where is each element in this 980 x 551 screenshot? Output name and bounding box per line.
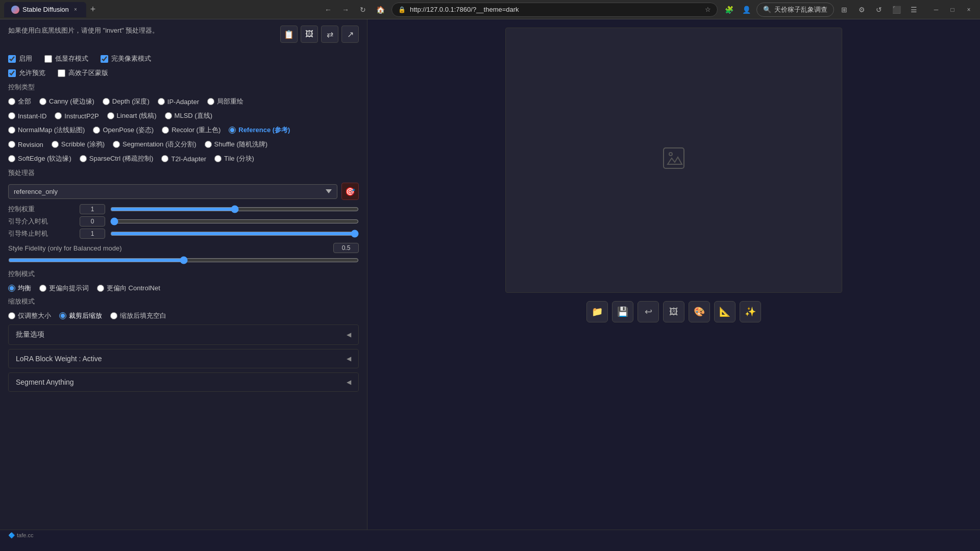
radio-softedge[interactable]: SoftEdge (软边缘)	[8, 154, 71, 163]
pixel-perfect-checkbox[interactable]: 完美像素模式	[101, 54, 151, 63]
address-bar[interactable]: 🔒 http://127.0.0.1:7860/?__theme=dark ☆	[391, 3, 718, 17]
new-tab-button[interactable]: +	[88, 4, 98, 15]
paint-icon: 🎨	[694, 306, 705, 317]
radio-sparsectrl[interactable]: SparseCtrl (稀疏控制)	[80, 154, 154, 163]
save-button[interactable]: 💾	[612, 301, 633, 322]
swap-button[interactable]: ⇄	[321, 26, 338, 43]
batch-options-header[interactable]: 批量选项 ◀	[9, 325, 358, 344]
control-type-group-2: Instant-ID InstructP2P Lineart (线稿) MLSD…	[8, 111, 359, 120]
radio-depth-label: Depth (深度)	[112, 97, 150, 106]
copy-button[interactable]: 📋	[280, 26, 298, 43]
radio-resize-only-label: 仅调整大小	[18, 311, 51, 320]
radio-recolor[interactable]: Recolor (重上色)	[162, 126, 220, 135]
paint-button[interactable]: 🎨	[689, 301, 710, 322]
radio-controlnet-bias[interactable]: 更偏向 ControlNet	[97, 284, 160, 293]
checkbox-row-2: 允许预览 高效子区蒙版	[8, 68, 359, 78]
radio-ip-adapter[interactable]: IP-Adapter	[158, 97, 199, 106]
control-type-group: 全部 Canny (硬边缘) Depth (深度) IP-Adapter 局部重…	[8, 97, 359, 106]
style-fidelity-slider[interactable]	[8, 256, 359, 264]
radio-mlsd[interactable]: MLSD (直线)	[165, 111, 212, 120]
guidance-end-value[interactable]: 1	[80, 229, 105, 239]
radio-reference[interactable]: Reference (参考)	[229, 126, 290, 135]
radio-instructp2p[interactable]: InstructP2P	[55, 111, 99, 120]
history-button[interactable]: ↺	[872, 3, 886, 17]
batch-options-label: 批量选项	[16, 330, 44, 339]
minimize-button[interactable]: ─	[929, 3, 943, 17]
radio-segmentation-label: Segmentation (语义分割)	[122, 140, 197, 149]
control-mode-row: 均衡 更偏向提示词 更偏向 ControlNet	[8, 284, 359, 293]
undo-button[interactable]: ↩	[638, 301, 659, 322]
guidance-start-slider[interactable]	[110, 217, 359, 226]
action-buttons-row: 📋 🖼 ⇄ ↗	[280, 26, 359, 43]
grid-view-button[interactable]: ⊞	[837, 3, 851, 17]
profile-button[interactable]: 👤	[739, 3, 753, 17]
magic-icon: ✨	[745, 306, 756, 317]
undo-icon: ↩	[645, 306, 652, 317]
scale-mode-label: 缩放模式	[8, 297, 359, 306]
radio-revision[interactable]: Revision	[8, 140, 43, 149]
radio-all[interactable]: 全部	[8, 97, 31, 106]
right-toolbar: 📁 💾 ↩ 🖼 🎨 📐 ✨	[586, 301, 761, 322]
radio-ip-adapter-label: IP-Adapter	[167, 98, 199, 106]
lora-header[interactable]: LoRA Block Weight : Active ◀	[9, 349, 358, 368]
radio-segmentation[interactable]: Segmentation (语义分割)	[113, 140, 197, 149]
image-placeholder-icon	[662, 146, 686, 174]
radio-local-redraw[interactable]: 局部重绘	[207, 97, 243, 106]
reset-preprocessor-button[interactable]: 🎯	[341, 183, 359, 200]
guidance-start-label: 引导介入时机	[8, 217, 75, 226]
browser-action-buttons: 🧩 👤 🔍 天价稼子乱象调查 ⊞ ⚙ ↺ ⬛ ☰	[722, 3, 921, 17]
enable-checkbox[interactable]: 启用	[8, 54, 32, 63]
radio-scribble[interactable]: Scribble (涂鸦)	[52, 140, 105, 149]
extensions-button[interactable]: 🧩	[722, 3, 736, 17]
allow-preview-checkbox[interactable]: 允许预览	[8, 68, 45, 78]
bookmarks-button[interactable]: ⬛	[889, 3, 903, 17]
radio-fill-resize[interactable]: 缩放后填充空白	[110, 311, 166, 320]
radio-scribble-label: Scribble (涂鸦)	[61, 140, 105, 149]
refresh-button[interactable]: ↻	[356, 3, 370, 17]
active-tab[interactable]: Stable Diffusion ×	[4, 2, 86, 17]
open-button[interactable]: ↗	[341, 26, 359, 43]
control-type-label: 控制类型	[8, 83, 359, 92]
more-options-button[interactable]: ☰	[906, 3, 921, 17]
guidance-start-value[interactable]: 0	[80, 216, 105, 227]
bookmark-icon[interactable]: ☆	[705, 6, 711, 13]
browser-chrome: Stable Diffusion × + ← → ↻ 🏠 🔒 http://12…	[0, 0, 980, 19]
segment-header[interactable]: Segment Anything ◀	[9, 373, 358, 391]
control-type-group-4: Revision Scribble (涂鸦) Segmentation (语义分…	[8, 140, 359, 149]
home-button[interactable]: 🏠	[373, 3, 387, 17]
image-button[interactable]: 🖼	[663, 301, 684, 322]
radio-tile[interactable]: Tile (分块)	[214, 154, 254, 163]
radio-crop-resize[interactable]: 裁剪后缩放	[59, 311, 102, 320]
radio-canny[interactable]: Canny (硬边缘)	[39, 97, 94, 106]
radio-t2i-adapter[interactable]: T2I-Adapter	[161, 154, 206, 163]
radio-normalmap[interactable]: NormalMap (法线贴图)	[8, 126, 85, 135]
settings-button[interactable]: ⚙	[854, 3, 869, 17]
forward-button[interactable]: →	[338, 3, 353, 17]
radio-lineart[interactable]: Lineart (线稿)	[107, 111, 157, 120]
control-weight-value[interactable]: 1	[80, 204, 105, 214]
maximize-button[interactable]: □	[945, 3, 960, 17]
radio-balanced[interactable]: 均衡	[8, 284, 31, 293]
radio-shuffle[interactable]: Shuffle (随机洗牌)	[205, 140, 268, 149]
tab-close-button[interactable]: ×	[72, 6, 79, 13]
efficient-sub-checkbox[interactable]: 高效子区蒙版	[58, 68, 108, 78]
radio-instant-id[interactable]: Instant-ID	[8, 111, 46, 120]
style-fidelity-value[interactable]: 0.5	[333, 243, 359, 253]
batch-options-arrow: ◀	[347, 331, 351, 338]
ruler-button[interactable]: 📐	[714, 301, 736, 322]
open-folder-button[interactable]: 📁	[586, 301, 608, 322]
low-vram-checkbox[interactable]: 低显存模式	[44, 54, 88, 63]
radio-depth[interactable]: Depth (深度)	[103, 97, 150, 106]
control-weight-slider[interactable]	[110, 205, 359, 213]
magic-button[interactable]: ✨	[740, 301, 761, 322]
guidance-end-slider[interactable]	[110, 230, 359, 238]
search-bar[interactable]: 🔍 天价稼子乱象调查	[756, 3, 834, 17]
radio-resize-only[interactable]: 仅调整大小	[8, 311, 51, 320]
radio-prompt-bias[interactable]: 更偏向提示词	[39, 284, 89, 293]
radio-openpose[interactable]: OpenPose (姿态)	[93, 126, 154, 135]
window-controls: ─ □ ×	[929, 3, 976, 17]
paste-image-button[interactable]: 🖼	[301, 26, 318, 43]
close-button[interactable]: ×	[962, 3, 976, 17]
back-button[interactable]: ←	[321, 3, 335, 17]
preprocessor-select[interactable]: reference_only reference_adain reference…	[8, 184, 337, 199]
